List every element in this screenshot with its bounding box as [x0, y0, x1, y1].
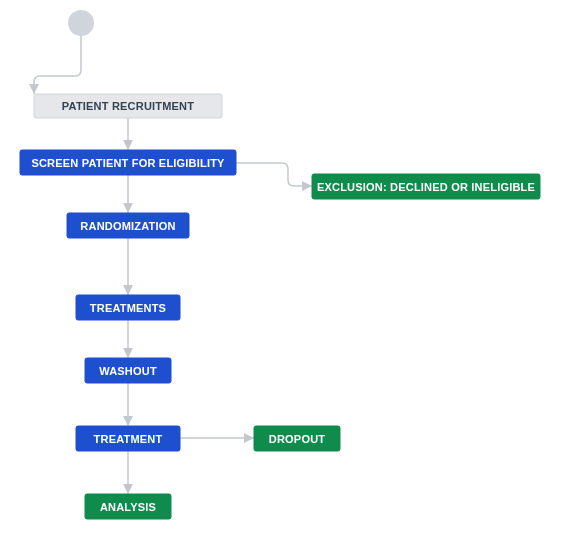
edge-screen-to-exclusion	[236, 163, 312, 186]
node-washout: WASHOUT	[85, 358, 171, 383]
arrowhead	[123, 203, 133, 213]
node-analysis: ANALYSIS	[85, 494, 171, 519]
node-treatments: TREATMENTS	[76, 295, 180, 320]
edge-start-to-recruitment	[34, 36, 81, 94]
arrowhead	[244, 433, 254, 443]
flowchart: PATIENT RECRUITMENT SCREEN PATIENT FOR E…	[0, 0, 568, 553]
arrowhead	[123, 140, 133, 150]
arrowhead	[123, 285, 133, 295]
node-randomization: RANDOMIZATION	[67, 213, 189, 238]
node-analysis-label: ANALYSIS	[100, 501, 156, 513]
node-screen-label: SCREEN PATIENT FOR ELIGIBILITY	[31, 157, 225, 169]
node-dropout: DROPOUT	[254, 426, 340, 451]
start-node	[68, 10, 94, 36]
arrowhead	[302, 181, 312, 191]
node-washout-label: WASHOUT	[99, 365, 157, 377]
arrowhead	[123, 416, 133, 426]
arrowhead	[123, 484, 133, 494]
node-recruitment-label: PATIENT RECRUITMENT	[62, 100, 194, 112]
node-treatments-label: TREATMENTS	[90, 302, 166, 314]
node-exclusion: EXCLUSION: DECLINED OR INELIGIBLE	[312, 174, 540, 199]
node-screen: SCREEN PATIENT FOR ELIGIBILITY	[20, 150, 236, 175]
node-dropout-label: DROPOUT	[269, 433, 325, 445]
node-recruitment: PATIENT RECRUITMENT	[34, 94, 222, 118]
node-exclusion-label: EXCLUSION: DECLINED OR INELIGIBLE	[317, 181, 535, 193]
arrowhead	[123, 348, 133, 358]
node-treatment2-label: TREATMENT	[94, 433, 163, 445]
node-randomization-label: RANDOMIZATION	[80, 220, 175, 232]
node-treatment2: TREATMENT	[76, 426, 180, 451]
arrowhead	[29, 84, 39, 94]
